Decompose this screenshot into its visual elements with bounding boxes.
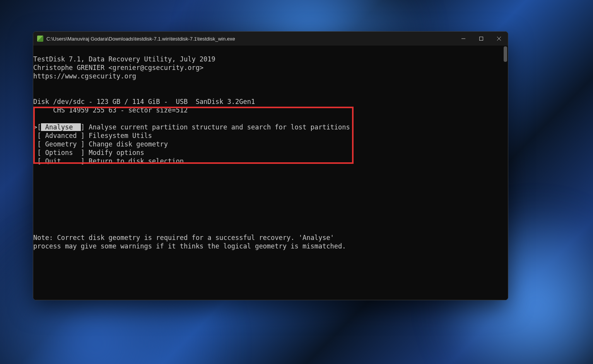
menu-item-analyse[interactable]: >[ Analyse ] Analyse current partition s… bbox=[33, 123, 350, 131]
menu-item-geometry[interactable]: [ Geometry ] Change disk geometry bbox=[33, 140, 168, 148]
app-icon bbox=[37, 36, 43, 42]
window-title: C:\Users\Manuviraj Godara\Downloads\test… bbox=[46, 36, 455, 42]
disk-info: Disk /dev/sdc - 123 GB / 114 GiB - USB S… bbox=[33, 98, 255, 105]
disk-info: CHS 14959 255 63 - sector size=512 bbox=[33, 106, 188, 114]
titlebar[interactable]: C:\Users\Manuviraj Godara\Downloads\test… bbox=[33, 32, 508, 46]
menu-item-options[interactable]: [ Options ] Modify options bbox=[33, 149, 144, 156]
terminal-output[interactable]: TestDisk 7.1, Data Recovery Utility, Jul… bbox=[33, 46, 508, 300]
scrollbar-thumb[interactable] bbox=[504, 46, 507, 62]
note-line: process may give some warnings if it thi… bbox=[33, 242, 346, 250]
minimize-button[interactable] bbox=[455, 32, 472, 46]
close-button[interactable] bbox=[490, 32, 508, 46]
header-line: https://www.cgsecurity.org bbox=[33, 72, 136, 80]
note-line: Note: Correct disk geometry is required … bbox=[33, 234, 334, 242]
maximize-button[interactable] bbox=[472, 32, 490, 46]
header-line: Christophe GRENIER <grenier@cgsecurity.o… bbox=[33, 64, 203, 71]
menu-item-advanced[interactable]: [ Advanced ] Filesystem Utils bbox=[33, 132, 152, 139]
header-line: TestDisk 7.1, Data Recovery Utility, Jul… bbox=[33, 55, 215, 63]
svg-rect-1 bbox=[480, 37, 483, 41]
app-window: C:\Users\Manuviraj Godara\Downloads\test… bbox=[33, 31, 508, 300]
menu-item-quit[interactable]: [ Quit ] Return to disk selection bbox=[33, 157, 184, 165]
